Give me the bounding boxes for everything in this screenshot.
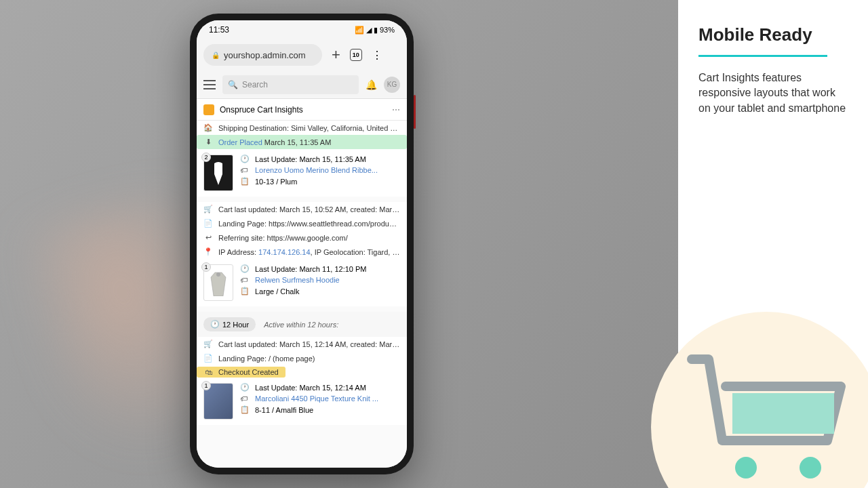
url-text: yourshop.admin.com xyxy=(224,50,306,60)
cart-card: 🛒Cart last updated: March 15, 10:52 AM, … xyxy=(197,202,407,306)
product-row: 2 🕐Last Update: March 15, 11:35 AM 🏷Lore… xyxy=(197,149,407,197)
address-bar[interactable]: 🔒 yourshop.admin.com xyxy=(203,44,322,66)
time-filter-chip[interactable]: 🕐 12 Hour xyxy=(203,317,256,331)
svg-point-3 xyxy=(216,272,220,277)
product-thumbnail[interactable]: 2 xyxy=(203,155,233,191)
battery-icon: ▮ xyxy=(374,26,378,35)
order-placed-badge: ⬇ Order Placed March 15, 11:35 AM xyxy=(197,135,407,149)
variant-icon: 📋 xyxy=(240,405,250,414)
status-time: 11:53 xyxy=(209,25,229,35)
app-header: 🔍 Search 🔔 KG xyxy=(197,70,407,99)
cart-card: 🛒Cart last updated: March 15, 12:14 AM, … xyxy=(197,337,407,425)
battery-percent: 93% xyxy=(380,26,395,34)
clock-icon: 🕐 xyxy=(240,264,250,273)
marketing-description: Cart Insights features responsive layout… xyxy=(698,70,848,116)
signal-icon: ◢ xyxy=(366,26,372,35)
order-placed-link[interactable]: Order Placed xyxy=(218,138,262,146)
notifications-button[interactable]: 🔔 xyxy=(366,79,377,90)
app-menu-button[interactable]: ⋯ xyxy=(392,105,400,115)
svg-rect-0 xyxy=(732,393,834,434)
tabs-button[interactable]: 10 xyxy=(350,49,362,61)
quantity-badge: 2 xyxy=(201,152,211,162)
tag-icon: 🏷 xyxy=(240,166,250,174)
page-icon: 📄 xyxy=(203,354,213,363)
clock-icon: 🕐 xyxy=(240,155,250,163)
checkout-created-badge: 🛍 Checkout Created xyxy=(197,367,285,378)
quantity-badge: 1 xyxy=(201,381,211,390)
lock-icon: 🔒 xyxy=(212,52,220,59)
product-link[interactable]: Relwen Surfmesh Hoodie xyxy=(255,276,400,284)
cart-icon: 🛒 xyxy=(203,340,213,348)
product-link[interactable]: Lorenzo Uomo Merino Blend Ribbe... xyxy=(255,166,400,174)
checkout-icon: 🛍 xyxy=(203,368,213,376)
cart-illustration xyxy=(651,312,868,488)
filter-bar: 🕐 12 Hour Active within 12 hours: xyxy=(197,312,407,337)
product-link[interactable]: Marcoliani 4450 Pique Texture Knit ... xyxy=(255,394,400,403)
product-row: 1 🕐Last Update: March 11, 12:10 PM 🏷Relw… xyxy=(197,259,407,306)
product-row: 1 🕐Last Update: March 15, 12:14 AM 🏷Marc… xyxy=(197,378,407,425)
browser-bar: 🔒 yourshop.admin.com + 10 ⋮ xyxy=(197,39,407,70)
cart-card: 🏠 Shipping Destination: Simi Valley, Cal… xyxy=(197,121,407,197)
app-title-bar: Onspruce Cart Insights ⋯ xyxy=(197,99,407,121)
product-thumbnail[interactable]: 1 xyxy=(203,383,233,420)
download-icon: ⬇ xyxy=(203,138,213,146)
marketing-sidebar: Mobile Ready Cart Insights features resp… xyxy=(678,0,868,488)
page-icon: 📄 xyxy=(203,219,213,228)
refer-icon: ↩ xyxy=(203,233,213,242)
clock-icon: 🕐 xyxy=(240,383,250,392)
wifi-icon: 📶 xyxy=(355,26,364,35)
title-divider xyxy=(698,55,827,57)
app-title: Onspruce Cart Insights xyxy=(220,105,303,115)
app-icon xyxy=(203,104,214,115)
product-thumbnail[interactable]: 1 xyxy=(203,264,233,301)
tag-icon: 🏷 xyxy=(240,394,250,403)
browser-menu-button[interactable]: ⋮ xyxy=(372,49,381,62)
ip-link[interactable]: 174.174.126.14 xyxy=(258,248,310,256)
home-icon: 🏠 xyxy=(203,123,213,132)
quantity-badge: 1 xyxy=(201,262,211,272)
status-bar: 11:53 📶 ◢ ▮ 93% xyxy=(197,20,407,39)
search-placeholder: Search xyxy=(242,80,268,89)
cart-icon: 🛒 xyxy=(203,205,213,214)
clock-icon: 🕐 xyxy=(210,320,220,329)
svg-point-2 xyxy=(800,457,821,479)
svg-point-1 xyxy=(735,457,757,479)
search-icon: 🔍 xyxy=(228,80,238,89)
phone-frame: 11:53 📶 ◢ ▮ 93% 🔒 yourshop.admin.com + 1… xyxy=(190,14,414,474)
search-input[interactable]: 🔍 Search xyxy=(222,75,359,94)
user-avatar[interactable]: KG xyxy=(384,77,400,93)
phone-screen: 11:53 📶 ◢ ▮ 93% 🔒 yourshop.admin.com + 1… xyxy=(197,20,407,468)
variant-icon: 📋 xyxy=(240,287,250,296)
scroll-content[interactable]: 🏠 Shipping Destination: Simi Valley, Cal… xyxy=(197,121,407,468)
marketing-title: Mobile Ready xyxy=(698,24,848,45)
variant-icon: 📋 xyxy=(240,177,250,186)
filter-label: Active within 12 hours: xyxy=(264,321,338,329)
new-tab-button[interactable]: + xyxy=(332,46,340,64)
menu-button[interactable] xyxy=(203,80,216,89)
tag-icon: 🏷 xyxy=(240,276,250,284)
shipping-row: 🏠 Shipping Destination: Simi Valley, Cal… xyxy=(197,121,407,135)
location-icon: 📍 xyxy=(203,247,213,256)
